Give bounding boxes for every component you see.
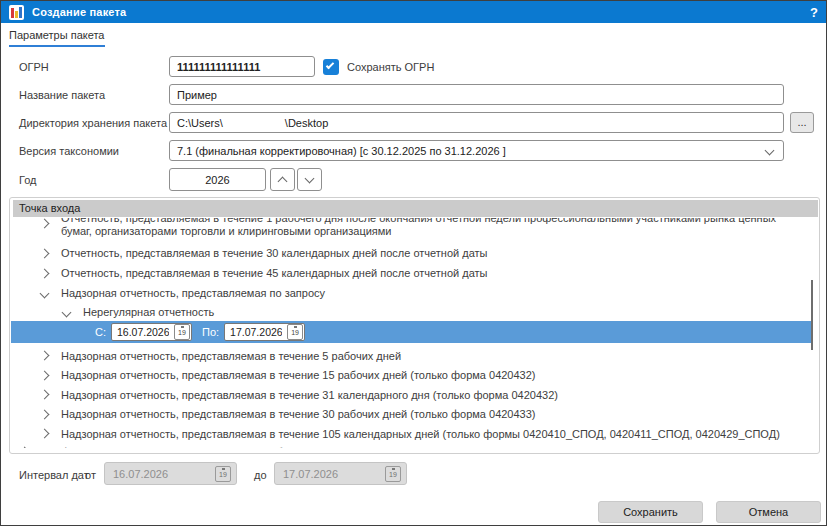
package-name-input[interactable] (169, 84, 784, 105)
window-title: Создание пакета (32, 6, 126, 18)
tree-item-label: Профессиональные участники рынка ценных … (41, 446, 306, 449)
entry-point-panel: Точка входа Отчетность, представляемая в… (9, 197, 820, 454)
chevron-right-icon[interactable] (40, 390, 50, 400)
tab-package-parameters[interactable]: Параметры пакета (9, 29, 105, 47)
interval-label: Интервал дат (19, 469, 89, 481)
save-ogrn-checkbox[interactable] (323, 59, 339, 75)
tree-scrollbar-thumb[interactable] (811, 280, 813, 350)
tree-item-label: Надзорная отчетность, представляемая в т… (61, 369, 536, 381)
taxonomy-label: Версия таксономии (19, 145, 119, 157)
date-from-label: С: (95, 326, 106, 338)
calendar-day: 19 (178, 328, 186, 337)
tree-item-label: Надзорная отчетность, представляемая в т… (61, 408, 536, 420)
calendar-icon[interactable]: 19 (174, 324, 190, 340)
tree-item-label: Отчетность, представляемая в течение 1 р… (61, 218, 809, 237)
tree-item[interactable]: Надзорная отчетность, представляемая в т… (11, 385, 811, 405)
chevron-down-icon (305, 174, 315, 184)
title-bar[interactable]: Создание пакета ? (1, 1, 826, 23)
tree-item-label: Надзорная отчетность, представляемая в т… (61, 350, 401, 362)
entry-point-tree[interactable]: Отчетность, представляемая в течение 1 р… (11, 218, 811, 448)
chevron-right-icon[interactable] (40, 248, 50, 258)
package-name-label: Название пакета (19, 89, 105, 101)
calendar-icon: 19 (215, 466, 231, 482)
chevron-right-icon[interactable] (40, 409, 50, 419)
calendar-day: 19 (291, 328, 299, 337)
tree-item-label: Надзорная отчетность, представляемая в т… (61, 389, 558, 401)
taxonomy-select[interactable]: 7.1 (финальная корректировочная) [с 30.1… (169, 140, 784, 161)
tree-item-label: Нерегулярная отчетность (83, 306, 214, 318)
tree-item[interactable]: Надзорная отчетность, представляемая в т… (11, 424, 811, 444)
chevron-right-icon[interactable] (40, 370, 50, 380)
interval-from-value: 16.07.2026 (113, 468, 168, 480)
check-icon (326, 61, 334, 69)
calendar-icon[interactable]: 19 (287, 324, 303, 340)
year-label: Год (19, 174, 37, 186)
date-to-input[interactable] (225, 324, 287, 340)
interval-to-value: 17.07.2026 (283, 468, 338, 480)
year-increment-button[interactable] (270, 168, 295, 191)
create-package-dialog: Создание пакета ? Параметры пакета ОГРН … (0, 0, 827, 526)
tree-item[interactable]: Отчетность, представляемая в течение 30 … (11, 243, 811, 263)
directory-input[interactable]: C:\Users\ \Desktop (169, 112, 784, 133)
interval-to-input: 17.07.2026 19 (274, 462, 407, 485)
tree-item[interactable]: Отчетность, представляемая в течение 45 … (11, 263, 811, 283)
directory-path-prefix: C:\Users\ (177, 117, 223, 129)
chevron-down-icon[interactable] (40, 288, 50, 298)
tree-item[interactable]: Надзорная отчетность, представляемая в т… (11, 366, 811, 386)
entry-point-header: Точка входа (13, 200, 818, 217)
chevron-right-icon[interactable] (40, 351, 50, 361)
chevron-right-icon[interactable] (20, 447, 30, 448)
chevron-right-icon[interactable] (40, 268, 50, 278)
tree-item[interactable]: Надзорная отчетность, представляемая в т… (11, 405, 811, 425)
calendar-day: 19 (389, 470, 397, 479)
date-from-field: 19 (111, 323, 192, 341)
app-chart-icon (9, 5, 24, 20)
tree-item[interactable]: Профессиональные участники рынка ценных … (11, 444, 811, 449)
tree-item-expanded[interactable]: Надзорная отчетность, представляемая по … (11, 283, 811, 303)
calendar-icon: 19 (385, 466, 401, 482)
interval-to-label: до (254, 469, 267, 481)
year-input[interactable] (169, 168, 266, 191)
date-from-input[interactable] (112, 324, 174, 340)
chevron-up-icon (278, 177, 288, 187)
save-ogrn-label: Сохранять ОГРН (347, 61, 434, 73)
tree-item-label: Надзорная отчетность, представляемая в т… (61, 428, 780, 440)
ogrn-label: ОГРН (19, 61, 49, 73)
cancel-button[interactable]: Отмена (716, 501, 821, 523)
directory-path-suffix: \Desktop (285, 117, 328, 129)
help-button[interactable]: ? (810, 5, 818, 20)
tree-item-label: Отчетность, представляемая в течение 45 … (61, 267, 488, 279)
interval-from-input: 16.07.2026 19 (104, 462, 237, 485)
chevron-down-icon[interactable] (62, 307, 72, 317)
tree-item[interactable]: Отчетность, представляемая в течение 1 р… (11, 218, 811, 243)
directory-label: Директория хранения пакета (19, 117, 167, 129)
browse-directory-button[interactable]: ... (790, 112, 814, 133)
interval-from-label: от (85, 469, 96, 481)
chevron-right-icon[interactable] (40, 429, 50, 439)
save-button[interactable]: Сохранить (598, 501, 703, 523)
calendar-day: 19 (219, 470, 227, 479)
chevron-down-icon (765, 146, 775, 156)
tree-item-label: Надзорная отчетность, представляемая по … (61, 287, 325, 299)
tree-item-label: Отчетность, представляемая в течение 30 … (61, 247, 488, 259)
chevron-right-icon[interactable] (40, 219, 50, 229)
tree-item-selected-date-range[interactable]: С: 19 По: 19 (11, 321, 811, 343)
taxonomy-selected-value: 7.1 (финальная корректировочная) [с 30.1… (177, 145, 506, 157)
tree-item[interactable]: Надзорная отчетность, представляемая в т… (11, 346, 811, 366)
ogrn-input[interactable] (169, 56, 315, 77)
year-decrement-button[interactable] (297, 168, 322, 191)
tree-item-expanded[interactable]: Нерегулярная отчетность (11, 303, 811, 321)
date-to-label: По: (202, 326, 219, 338)
date-to-field: 19 (224, 323, 305, 341)
